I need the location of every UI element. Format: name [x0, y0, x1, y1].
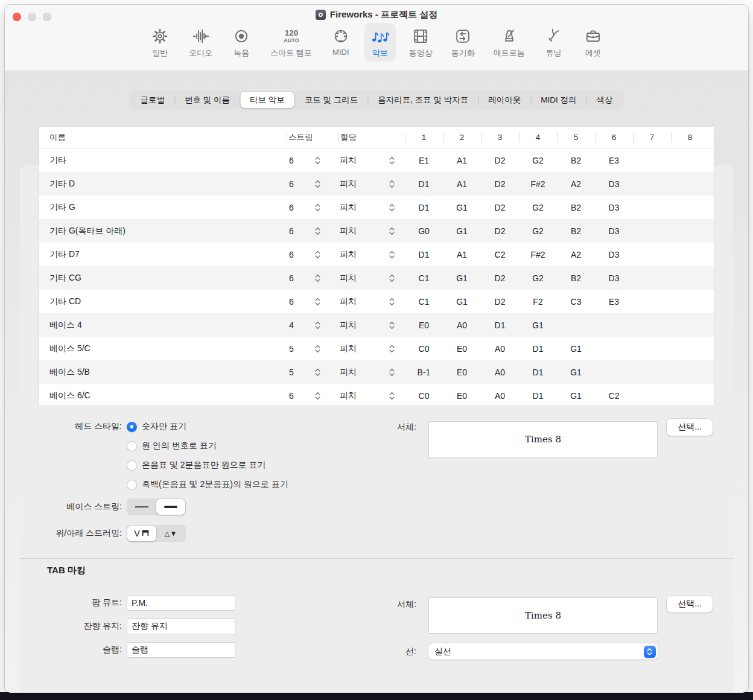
toolbar-item-tuning-fork[interactable]: 튜닝: [538, 23, 570, 62]
string-count-stepper-icon[interactable]: [305, 155, 330, 166]
tuning-row[interactable]: 베이스 44피치E0A0D1G1: [39, 313, 714, 337]
toolbar-item-midi[interactable]: MIDI: [325, 23, 357, 60]
column-header-assignment: 할당: [338, 127, 405, 148]
toolbar-item-film[interactable]: 동영상: [404, 23, 438, 62]
strumming-segment-triangles[interactable]: △▼: [156, 526, 185, 541]
line-style-dropdown[interactable]: 실선: [428, 643, 658, 660]
assignment-stepper-icon[interactable]: [378, 343, 405, 354]
bass-string-label: 베이스 스트링:: [5, 501, 122, 512]
bass-string-segmented: [127, 498, 186, 515]
note-cell-string-5: A2: [557, 250, 595, 259]
assignment-stepper-icon[interactable]: [378, 249, 405, 260]
midi-icon: [332, 26, 350, 46]
string-count-value: 6: [278, 179, 305, 189]
tuning-row[interactable]: 기타 CG6피치C1G1D2G2B2D3: [39, 266, 714, 290]
toolbar-item-gear[interactable]: 일반: [144, 23, 176, 62]
note-cell-string-5: B2: [557, 203, 595, 212]
toolbar-item-waveform[interactable]: 오디오: [183, 23, 218, 62]
strumming-v-label: V: [134, 529, 140, 538]
string-count-stepper-icon[interactable]: [305, 343, 330, 354]
tuning-row[interactable]: 기타 G6피치D1G1D2G2B2D3: [39, 196, 714, 219]
toolbar-item-sync[interactable]: 동기화: [446, 23, 480, 62]
assignment-stepper-icon[interactable]: [378, 273, 405, 284]
note-cell-string-2: G1: [443, 273, 481, 283]
note-cell-string-6: D3: [595, 250, 633, 259]
assignment-stepper-icon[interactable]: [378, 226, 405, 237]
tab-1[interactable]: 글로벌: [130, 92, 174, 108]
note-cell-string-4: F#2: [519, 179, 557, 189]
string-count-stepper-icon[interactable]: [305, 249, 330, 260]
string-count-stepper-icon[interactable]: [305, 202, 330, 213]
marking-field-input-2[interactable]: [127, 619, 235, 634]
notation-font-choose-button[interactable]: 선택...: [667, 419, 713, 436]
string-count-stepper-icon[interactable]: [305, 179, 330, 189]
record-icon: [232, 26, 250, 46]
tuning-row[interactable]: 베이스 5/B5피치B-1E0A0D1G1: [39, 360, 714, 384]
head-style-radio-2[interactable]: [127, 441, 137, 451]
tuning-row[interactable]: 기타 G(옥타브 아래)6피치G0G1D2G2B2D3: [39, 219, 714, 243]
svg-text:120: 120: [284, 28, 298, 37]
string-count-stepper-icon[interactable]: [305, 390, 330, 401]
string-count-stepper-icon[interactable]: [305, 273, 330, 284]
thick-line-icon: [164, 506, 177, 509]
string-count-stepper-icon[interactable]: [305, 367, 330, 378]
string-count-stepper-icon[interactable]: [305, 296, 330, 307]
tab-7[interactable]: MIDI 정의: [531, 92, 586, 108]
head-style-group: 헤드 스타일:숫자만 표기원 안의 번호로 표기온음표 및 2분음표만 원으로 …: [5, 417, 288, 494]
tuning-row[interactable]: 기타6피치E1A1D2G2B2E3: [39, 148, 714, 172]
note-cell-string-6: D3: [595, 179, 633, 189]
toolbar-item-record[interactable]: 녹음: [226, 23, 257, 62]
bass-string-row: 베이스 스트링:: [5, 498, 186, 515]
toolbar-item-smart-tempo[interactable]: 120AUTO스마트 템포: [265, 23, 317, 62]
string-count-value: 6: [278, 273, 305, 283]
marking-field-input-3[interactable]: [127, 642, 235, 658]
assignment-stepper-icon[interactable]: [378, 367, 405, 378]
assignment-stepper-icon[interactable]: [378, 320, 405, 331]
marking-field-input-1[interactable]: [127, 595, 235, 611]
assignment-stepper-icon[interactable]: [378, 296, 405, 307]
head-style-radio-4[interactable]: [127, 480, 137, 490]
string-count-value: 6: [278, 391, 305, 401]
tuning-row[interactable]: 기타 D76피치D1A1C2F#2A2D3: [39, 243, 714, 266]
tuning-name-cell: 기타 CD: [39, 296, 278, 307]
waveform-icon: [192, 26, 210, 46]
tuning-row[interactable]: 베이스 5/C5피치C0E0A0D1G1: [39, 337, 714, 360]
tuning-name-cell: 기타: [39, 155, 278, 166]
toolbar-item-metronome[interactable]: 메트로놈: [488, 23, 530, 62]
toolbar-item-briefcase[interactable]: 에셋: [577, 23, 609, 62]
tuning-row[interactable]: 베이스 6/C6피치C0E0A0D1G1C2: [39, 384, 714, 406]
tuning-row[interactable]: 기타 CD6피치C1G1D2F2C3E3: [39, 290, 714, 313]
toolbar-item-label: 동기화: [451, 48, 475, 59]
note-cell-string-1: C0: [405, 344, 443, 354]
note-cell-string-1: G0: [405, 226, 443, 236]
assignment-stepper-icon[interactable]: [378, 390, 405, 401]
toolbar-item-score-notes[interactable]: 악보: [364, 23, 396, 62]
assignment-stepper-icon[interactable]: [378, 179, 405, 189]
marking-font-choose-button[interactable]: 선택...: [667, 596, 713, 612]
head-style-radio-3[interactable]: [127, 460, 137, 471]
bass-string-segment-thick-line[interactable]: [156, 499, 185, 515]
bass-string-segment-thin-line[interactable]: [127, 499, 156, 515]
note-cell-string-3: D2: [481, 226, 519, 236]
line-style-label: 선:: [331, 646, 416, 657]
tab-2[interactable]: 번호 및 이름: [175, 92, 240, 108]
string-count-stepper-icon[interactable]: [305, 226, 330, 237]
gear-icon: [151, 26, 169, 46]
tab-4[interactable]: 코드 및 그리드: [295, 92, 368, 108]
string-count-stepper-icon[interactable]: [305, 320, 330, 331]
assignment-stepper-icon[interactable]: [378, 202, 405, 213]
tab-8[interactable]: 색상: [587, 92, 623, 108]
assignment-stepper-icon[interactable]: [378, 155, 405, 166]
head-style-option-row: 원 안의 번호로 표기: [5, 436, 288, 456]
tab-3[interactable]: 타브 악보: [240, 92, 294, 108]
tab-5[interactable]: 음자리표, 조표 및 박자표: [368, 92, 478, 108]
head-style-radio-1[interactable]: [127, 422, 137, 432]
string-count-value: 6: [278, 297, 305, 307]
tuning-name-cell: 기타 G(옥타브 아래): [39, 226, 278, 237]
tuning-row[interactable]: 기타 D6피치D1A1D2F#2A2D3: [39, 172, 714, 196]
note-cell-string-4: D1: [519, 368, 557, 377]
table-body: 기타6피치E1A1D2G2B2E3기타 D6피치D1A1D2F#2A2D3기타 …: [39, 148, 714, 406]
strumming-segment-bow[interactable]: V: [127, 526, 156, 541]
note-cell-string-5: B2: [557, 226, 595, 236]
tab-6[interactable]: 레이아웃: [478, 92, 530, 108]
